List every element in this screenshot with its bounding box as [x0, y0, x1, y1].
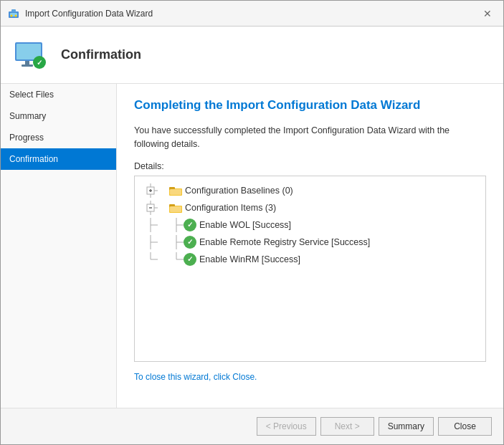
sidebar-item-select-files[interactable]: Select Files	[1, 84, 116, 105]
details-label: Details:	[134, 161, 486, 171]
svg-rect-8	[22, 64, 33, 67]
footer: < Previous Next > Summary Close	[1, 408, 503, 444]
previous-button[interactable]: < Previous	[257, 417, 316, 436]
success-icon: ✓	[184, 219, 196, 231]
tree-node-registry: ✓ Enable Remote Registry Service [Succes…	[141, 234, 480, 251]
next-button[interactable]: Next >	[320, 417, 374, 436]
tree-sub-connector1b	[169, 218, 184, 232]
sidebar-item-summary[interactable]: Summary	[1, 105, 116, 127]
tree-box: Configuration Baselines (0)	[134, 176, 486, 362]
sidebar-item-progress[interactable]: Progress	[1, 127, 116, 148]
header-title: Confirmation	[61, 47, 141, 62]
wizard-icon	[8, 8, 19, 19]
tree-node-winrm: ✓ Enable WinRM [Success]	[141, 251, 480, 268]
tree-sub-connector2	[143, 235, 158, 249]
svg-rect-7	[25, 61, 29, 64]
folder-icon	[169, 185, 182, 196]
items-label: Configuration Items (3)	[185, 203, 276, 213]
success-icon3: ✓	[184, 253, 196, 266]
tree-node-items: Configuration Items (3)	[141, 199, 480, 216]
header-icon: ✓	[12, 37, 49, 74]
close-icon[interactable]: ✕	[479, 6, 496, 21]
title-bar: Import Configuration Data Wizard ✕	[1, 1, 503, 27]
description-text: You have successfully completed the Impo…	[134, 124, 486, 151]
tree-connector-icon	[143, 183, 158, 198]
tree-connector-icon2	[143, 201, 158, 215]
winrm-label: Enable WinRM [Success]	[199, 254, 300, 264]
tree-sub-connector3b	[169, 252, 184, 267]
header-area: ✓ Confirmation	[1, 27, 503, 84]
close-button[interactable]: Close	[438, 417, 492, 436]
success-icon2: ✓	[184, 236, 196, 249]
title-bar-text: Import Configuration Data Wizard	[25, 9, 479, 19]
sidebar: Select Files Summary Progress Confirmati…	[1, 84, 117, 408]
tree-sub-connector3	[143, 252, 158, 267]
svg-rect-25	[170, 206, 181, 212]
tree-node-baselines: Configuration Baselines (0)	[141, 182, 480, 199]
svg-point-3	[11, 14, 13, 16]
wol-label: Enable WOL [Success]	[199, 220, 291, 230]
folder-icon2	[169, 202, 182, 214]
svg-point-4	[15, 14, 17, 16]
baselines-label: Configuration Baselines (0)	[185, 186, 293, 196]
svg-rect-18	[170, 189, 181, 195]
svg-text:✓: ✓	[37, 59, 42, 67]
sidebar-item-confirmation[interactable]: Confirmation	[1, 148, 116, 170]
svg-rect-2	[11, 9, 16, 12]
content-area: Select Files Summary Progress Confirmati…	[1, 84, 503, 408]
tree-sub-connector2b	[169, 235, 184, 249]
summary-button[interactable]: Summary	[379, 417, 434, 436]
close-hint: To close this wizard, click Close.	[134, 372, 486, 382]
registry-label: Enable Remote Registry Service [Success]	[199, 237, 370, 247]
main-heading: Completing the Import Configuration Data…	[134, 98, 486, 113]
wizard-window: Import Configuration Data Wizard ✕ ✓ Con…	[0, 0, 504, 445]
main-content: Completing the Import Configuration Data…	[117, 84, 503, 408]
tree-node-wol: ✓ Enable WOL [Success]	[141, 216, 480, 234]
tree-sub-connector1	[143, 218, 158, 232]
